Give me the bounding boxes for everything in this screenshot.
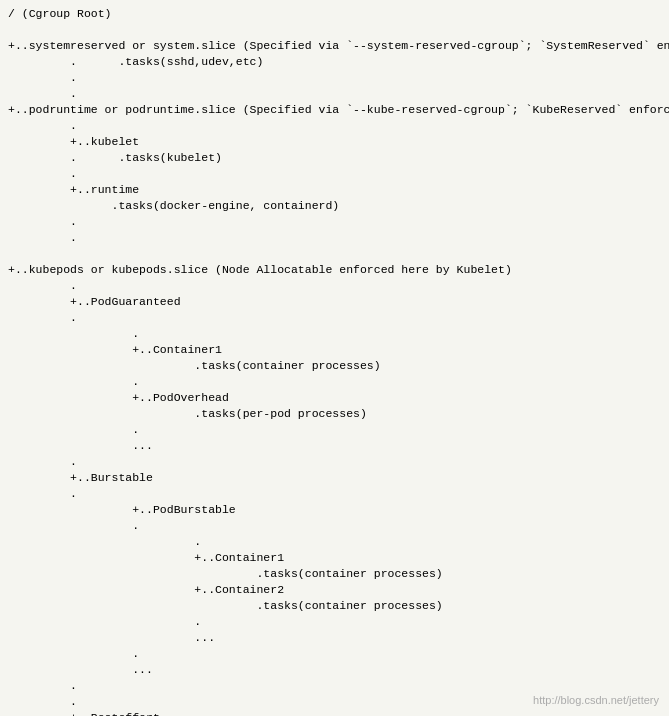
code-line: . [8,374,661,390]
code-line: +..Burstable [8,470,661,486]
code-block: / (Cgroup Root) +..systemreserved or sys… [0,0,669,716]
code-line: . [8,486,661,502]
code-line: ... [8,438,661,454]
code-line: ... [8,630,661,646]
code-line: . [8,278,661,294]
code-line: +..PodOverhead [8,390,661,406]
code-line: +..podruntime or podruntime.slice (Speci… [8,102,661,118]
code-line: .tasks(per-pod processes) [8,406,661,422]
code-line: / (Cgroup Root) [8,6,661,22]
code-line: . [8,614,661,630]
code-line: . [8,326,661,342]
code-line: +..systemreserved or system.slice (Speci… [8,38,661,54]
watermark: http://blog.csdn.net/jettery [533,694,659,706]
code-line: +..kubelet [8,134,661,150]
code-line: .tasks(container processes) [8,566,661,582]
code-line: ... [8,662,661,678]
code-line: .tasks(container processes) [8,358,661,374]
code-line: . [8,534,661,550]
code-line: +..Besteffort [8,710,661,716]
code-line: . [8,118,661,134]
code-line: . [8,166,661,182]
code-line: .tasks(container processes) [8,598,661,614]
code-line: . [8,518,661,534]
code-line: . .tasks(kubelet) [8,150,661,166]
code-line: . [8,86,661,102]
code-line: . [8,646,661,662]
code-line: . [8,454,661,470]
code-line: +..PodBurstable [8,502,661,518]
code-line: . [8,214,661,230]
code-line: . [8,310,661,326]
code-line: . [8,230,661,246]
code-line: +..PodGuaranteed [8,294,661,310]
code-line: . [8,422,661,438]
code-line [8,22,661,38]
code-line [8,246,661,262]
code-line: +..Container2 [8,582,661,598]
code-line: . [8,678,661,694]
code-line: . .tasks(sshd,udev,etc) [8,54,661,70]
code-line: .tasks(docker-engine, containerd) [8,198,661,214]
code-line: +..kubepods or kubepods.slice (Node Allo… [8,262,661,278]
code-line: +..Container1 [8,342,661,358]
code-line: +..runtime [8,182,661,198]
code-line: . [8,70,661,86]
code-line: +..Container1 [8,550,661,566]
